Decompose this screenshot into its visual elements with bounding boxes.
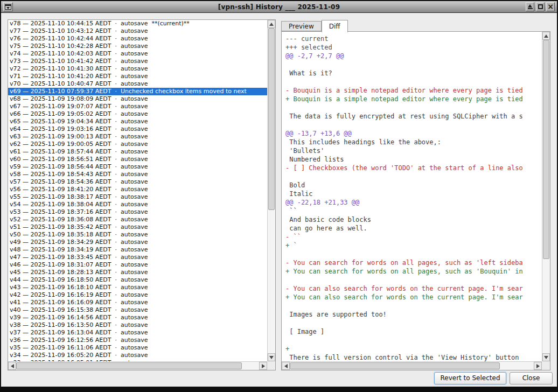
close-window-button[interactable]: × — [546, 2, 555, 11]
shade-button[interactable] — [526, 2, 534, 11]
diff-line — [285, 336, 542, 345]
list-item[interactable]: v38 — 2025-11-09 16:13:50 AEDT · autosav… — [8, 321, 267, 329]
shade-icon — [528, 4, 533, 9]
list-item[interactable]: v64 — 2025-11-09 19:03:16 AEDT · autosav… — [8, 125, 267, 133]
list-item[interactable]: v37 — 2025-11-09 16:13:04 AEDT · autosav… — [8, 329, 267, 337]
list-item[interactable]: v74 — 2025-11-10 10:42:03 AEDT · autosav… — [8, 50, 267, 58]
arrow-down-icon — [269, 356, 274, 359]
scrollbar-trough[interactable] — [16, 362, 259, 370]
scroll-down-button[interactable] — [542, 353, 550, 361]
scroll-right-button[interactable] — [259, 362, 267, 370]
list-item[interactable]: v63 — 2025-11-09 19:00:13 AEDT · autosav… — [8, 133, 267, 141]
diff-line: Images are supported too! — [285, 310, 542, 319]
list-item[interactable]: v49 — 2025-11-09 18:34:29 AEDT · autosav… — [8, 239, 267, 246]
diff-line: `` — [285, 207, 542, 215]
diff-vertical-scrollbar[interactable] — [542, 32, 550, 361]
list-item[interactable]: v51 — 2025-11-09 18:35:42 AEDT · autosav… — [8, 223, 267, 231]
list-item[interactable]: v75 — 2025-11-10 10:42:28 AEDT · autosav… — [8, 43, 267, 50]
list-item[interactable]: v76 — 2025-11-10 10:42:44 AEDT · autosav… — [8, 35, 267, 43]
history-vertical-scrollbar[interactable] — [267, 20, 275, 361]
list-item[interactable]: v65 — 2025-11-09 19:04:34 AEDT · autosav… — [8, 118, 267, 125]
scrollbar-thumb[interactable] — [290, 362, 500, 369]
list-item[interactable]: v42 — 2025-11-09 16:16:19 AEDT · autosav… — [8, 291, 267, 299]
diff-panel: --- current+++ selected@@ -2,7 +2,7 @@ W… — [281, 31, 550, 370]
tab-diff[interactable]: Diff — [322, 20, 348, 32]
list-item[interactable]: v78 — 2025-11-10 10:44:15 AEDT · autosav… — [8, 20, 267, 27]
arrow-left-icon — [11, 364, 14, 368]
scroll-up-button[interactable] — [542, 32, 550, 40]
window-controls: × — [526, 2, 555, 11]
scroll-down-button[interactable] — [268, 353, 275, 361]
scrollbar-trough[interactable] — [542, 40, 550, 353]
close-icon: × — [547, 3, 554, 10]
list-item[interactable]: v43 — 2025-11-09 16:18:10 AEDT · autosav… — [8, 284, 267, 291]
diff-line: [ Image ] — [285, 327, 542, 336]
diff-line: Numbered lists — [285, 155, 542, 164]
scroll-right-button[interactable] — [534, 362, 542, 370]
list-item-selected[interactable]: v69 — 2025-11-10 07:59:37 AEDT · Uncheck… — [8, 88, 267, 95]
title-bar: [vpn-ssh] History ___ 2025-11-09 × — [1, 1, 557, 13]
scroll-left-button[interactable] — [8, 362, 16, 370]
window-title: [vpn-ssh] History ___ 2025-11-09 — [1, 3, 557, 11]
list-item[interactable]: v50 — 2025-11-09 18:35:18 AEDT · autosav… — [8, 231, 267, 239]
list-item[interactable]: v71 — 2025-11-10 10:41:20 AEDT · autosav… — [8, 73, 267, 80]
list-item[interactable]: v57 — 2025-11-09 18:54:36 AEDT · autosav… — [8, 178, 267, 186]
list-item[interactable]: v60 — 2025-11-09 18:56:51 AEDT · autosav… — [8, 156, 267, 163]
scrollbar-trough[interactable] — [268, 28, 275, 353]
tab-preview[interactable]: Preview — [281, 21, 322, 31]
scrollbar-thumb[interactable] — [16, 362, 242, 369]
list-item[interactable]: v62 — 2025-11-09 19:00:05 AEDT · autosav… — [8, 141, 267, 148]
list-item[interactable]: v40 — 2025-11-09 16:15:38 AEDT · autosav… — [8, 306, 267, 314]
list-item[interactable]: v66 — 2025-11-09 19:05:02 AEDT · autosav… — [8, 110, 267, 118]
list-item[interactable]: v47 — 2025-11-09 18:33:45 AEDT · autosav… — [8, 254, 267, 261]
diff-line: @@ -2,7 +2,7 @@ — [285, 52, 542, 60]
list-item[interactable]: v39 — 2025-11-09 16:14:56 AEDT · autosav… — [8, 314, 267, 321]
diff-line — [285, 276, 542, 284]
scrollbar-thumb[interactable] — [268, 28, 275, 210]
diff-line: - Bouquin is a simple notepad editor whe… — [285, 86, 542, 95]
history-list[interactable]: v78 — 2025-11-10 10:44:15 AEDT · autosav… — [8, 20, 267, 361]
diff-line: + — [285, 345, 542, 353]
scroll-up-button[interactable] — [268, 20, 275, 28]
diff-line — [285, 78, 542, 86]
list-item[interactable]: v45 — 2025-11-09 18:28:13 AEDT · autosav… — [8, 269, 267, 276]
list-item[interactable]: v72 — 2025-11-10 10:41:30 AEDT · autosav… — [8, 65, 267, 73]
history-horizontal-scrollbar[interactable] — [8, 361, 267, 370]
list-item[interactable]: v70 — 2025-11-10 10:40:47 AEDT · autosav… — [8, 80, 267, 88]
scrollbar-thumb[interactable] — [543, 40, 549, 259]
arrow-down-icon — [544, 356, 548, 359]
list-item[interactable]: v77 — 2025-11-10 10:43:12 AEDT · autosav… — [8, 27, 267, 35]
diff-line: - You can search for words on all pages,… — [285, 258, 542, 267]
list-item[interactable]: v52 — 2025-11-09 18:36:08 AEDT · autosav… — [8, 216, 267, 223]
list-item[interactable]: v58 — 2025-11-09 18:54:43 AEDT · autosav… — [8, 171, 267, 178]
diff-line: + Bouquin is a simple notepad editor whe… — [285, 95, 542, 103]
list-item[interactable]: v68 — 2025-11-09 19:08:09 AEDT · autosav… — [8, 95, 267, 103]
list-item[interactable]: v41 — 2025-11-09 16:16:09 AEDT · autosav… — [8, 299, 267, 306]
list-item[interactable]: v48 — 2025-11-09 18:34:19 AEDT · autosav… — [8, 246, 267, 254]
scrollbar-corner — [542, 361, 550, 370]
list-item[interactable]: v61 — 2025-11-09 18:57:44 AEDT · autosav… — [8, 148, 267, 156]
list-item[interactable]: v46 — 2025-11-09 18:31:07 AEDT · autosav… — [8, 261, 267, 269]
diff-line: Bold — [285, 181, 542, 190]
list-item[interactable]: v59 — 2025-11-09 18:56:44 AEDT · autosav… — [8, 163, 267, 171]
diff-text: --- current+++ selected@@ -2,7 +2,7 @@ W… — [282, 32, 542, 361]
list-item[interactable]: v73 — 2025-11-10 10:41:42 AEDT · autosav… — [8, 58, 267, 65]
diff-line: And basic code blocks — [285, 215, 542, 224]
list-item[interactable]: v56 — 2025-11-09 18:41:20 AEDT · autosav… — [8, 186, 267, 193]
list-item[interactable]: v35 — 2025-11-09 16:11:06 AEDT · autosav… — [8, 344, 267, 352]
list-item[interactable]: v67 — 2025-11-09 19:07:07 AEDT · autosav… — [8, 103, 267, 110]
list-item[interactable]: v44 — 2025-11-09 16:18:50 AEDT · autosav… — [8, 276, 267, 284]
list-item[interactable]: v55 — 2025-11-09 18:38:17 AEDT · autosav… — [8, 193, 267, 201]
list-item[interactable]: v54 — 2025-11-09 18:38:04 AEDT · autosav… — [8, 201, 267, 208]
list-item[interactable]: v53 — 2025-11-09 18:37:16 AEDT · autosav… — [8, 208, 267, 216]
arrow-up-icon — [269, 23, 274, 26]
diff-line — [285, 319, 542, 327]
maximize-button[interactable] — [536, 2, 545, 11]
scroll-left-button[interactable] — [282, 362, 290, 370]
revert-to-selected-button[interactable]: Revert to Selected — [434, 372, 506, 384]
list-item[interactable]: v34 — 2025-11-09 16:05:20 AEDT · autosav… — [8, 352, 267, 359]
close-button[interactable]: Close — [510, 372, 553, 384]
list-item[interactable]: v36 — 2025-11-09 16:12:56 AEDT · autosav… — [8, 337, 267, 344]
diff-horizontal-scrollbar[interactable] — [282, 361, 542, 370]
scrollbar-trough[interactable] — [290, 362, 534, 370]
